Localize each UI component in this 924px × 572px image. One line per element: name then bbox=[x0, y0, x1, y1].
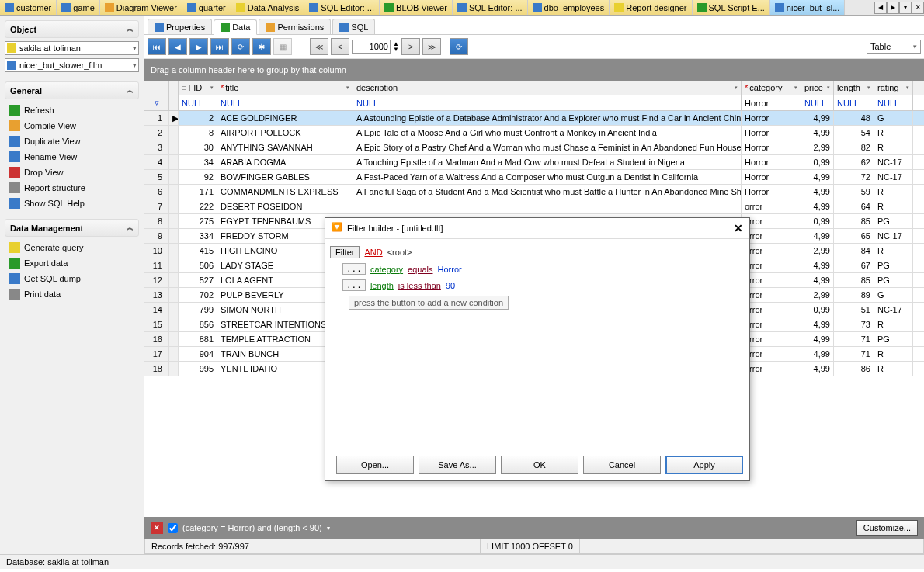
open-button[interactable]: Open... bbox=[336, 456, 414, 474]
cell-length[interactable]: 54 bbox=[834, 126, 874, 140]
cell-price[interactable]: 4,99 bbox=[801, 332, 834, 346]
cell-description[interactable]: A Epic Tale of a Moose And a Girl who mu… bbox=[353, 126, 742, 140]
cell-rating[interactable]: G bbox=[874, 111, 913, 125]
filter-operator[interactable]: equals bbox=[408, 265, 432, 274]
cell-category[interactable]: orror bbox=[742, 273, 801, 287]
cell-category[interactable]: Horror bbox=[742, 111, 801, 125]
cell-rating[interactable]: R bbox=[874, 140, 913, 154]
data-mgmt-action[interactable]: Export data bbox=[5, 255, 139, 271]
cell-length[interactable]: 59 bbox=[834, 185, 874, 199]
cell-title[interactable]: ARABIA DOGMA bbox=[217, 155, 353, 169]
cell-category[interactable]: orror bbox=[742, 332, 801, 346]
cell-category[interactable]: Horror bbox=[742, 140, 801, 154]
cell-fid[interactable]: 275 bbox=[179, 214, 217, 228]
table-row[interactable]: 330ANYTHING SAVANNAHA Epic Story of a Pa… bbox=[144, 140, 924, 155]
cell-length[interactable]: 89 bbox=[834, 288, 874, 302]
clear-filter-button[interactable]: ✕ bbox=[151, 522, 163, 534]
view-mode-dropdown[interactable]: Table ▾ bbox=[867, 40, 921, 54]
cell-fid[interactable]: 995 bbox=[179, 362, 217, 376]
cell-length[interactable]: 85 bbox=[834, 273, 874, 287]
cell-length[interactable]: 86 bbox=[834, 362, 874, 376]
star-button[interactable]: ✱ bbox=[252, 38, 271, 55]
page-size-input[interactable] bbox=[352, 40, 391, 54]
cell-fid[interactable]: 702 bbox=[179, 288, 217, 302]
dialog-titlebar[interactable]: 🔽Filter builder - [untitled.flt] ✕ bbox=[325, 218, 749, 239]
cell-category[interactable]: Horror bbox=[742, 170, 801, 184]
cell-rating[interactable]: G bbox=[874, 288, 913, 302]
cell-price[interactable]: 4,99 bbox=[801, 362, 834, 376]
cell-price[interactable]: 4,99 bbox=[801, 229, 834, 243]
cell-category[interactable]: orror bbox=[742, 347, 801, 361]
add-condition-button[interactable]: ... bbox=[342, 263, 366, 275]
data-mgmt-action[interactable]: Get SQL dump bbox=[5, 271, 139, 286]
filter-price[interactable]: NULL bbox=[801, 95, 834, 110]
filter-fid[interactable]: NULL bbox=[179, 95, 217, 110]
cell-category[interactable]: orror bbox=[742, 303, 801, 317]
table-row[interactable]: 434ARABIA DOGMAA Touching Epistle of a M… bbox=[144, 155, 924, 170]
data-mgmt-section-title[interactable]: Data Management ︽ bbox=[5, 219, 139, 237]
col-description[interactable]: description▾ bbox=[353, 81, 742, 95]
cell-price[interactable]: 2,99 bbox=[801, 140, 834, 154]
data-mgmt-action[interactable]: Print data bbox=[5, 286, 139, 302]
tab-scroll-button[interactable]: ◀ bbox=[874, 2, 887, 14]
general-action[interactable]: Report structure bbox=[5, 180, 139, 196]
filter-rating[interactable]: NULL bbox=[874, 95, 913, 110]
cell-price[interactable]: 4,99 bbox=[801, 170, 834, 184]
general-action[interactable]: Rename View bbox=[5, 149, 139, 165]
cell-rating[interactable]: R bbox=[874, 185, 913, 199]
general-action[interactable]: Refresh bbox=[5, 102, 139, 118]
editor-tab[interactable]: dbo_employees bbox=[528, 0, 610, 15]
cell-price[interactable]: 0,99 bbox=[801, 155, 834, 169]
cell-category[interactable]: Horror bbox=[742, 185, 801, 199]
cell-rating[interactable]: R bbox=[874, 244, 913, 258]
cell-rating[interactable]: PG bbox=[874, 258, 913, 272]
cell-category[interactable]: orror bbox=[742, 229, 801, 243]
page-next-button[interactable]: > bbox=[401, 38, 420, 55]
cell-category[interactable]: Horror bbox=[742, 126, 801, 140]
tab-scroll-button[interactable]: ✕ bbox=[912, 2, 924, 14]
cell-length[interactable]: 64 bbox=[834, 199, 874, 213]
cell-price[interactable]: 4,99 bbox=[801, 185, 834, 199]
editor-tab[interactable]: SQL Editor: ... bbox=[453, 0, 528, 15]
object-dropdown[interactable]: nicer_but_slower_film ▾ bbox=[5, 58, 139, 72]
filter-icon-cell[interactable]: ▿ bbox=[144, 95, 169, 110]
cell-category[interactable]: orror bbox=[742, 288, 801, 302]
cell-length[interactable]: 73 bbox=[834, 317, 874, 331]
page-refresh-button[interactable]: ⟳ bbox=[450, 38, 468, 55]
editor-tab[interactable]: SQL Editor: ... bbox=[304, 0, 380, 15]
sub-tab-sql[interactable]: SQL bbox=[332, 19, 375, 34]
nav-prev-button[interactable]: ◀ bbox=[168, 38, 187, 55]
cell-length[interactable]: 51 bbox=[834, 303, 874, 317]
cell-description[interactable]: A Touching Epistle of a Madman And a Mad… bbox=[353, 155, 742, 169]
refresh-button[interactable]: ⟳ bbox=[231, 38, 250, 55]
editor-tab[interactable]: game bbox=[57, 0, 100, 15]
tab-scroll-button[interactable]: ▾ bbox=[899, 2, 912, 14]
filter-operator[interactable]: is less than bbox=[398, 281, 441, 290]
cell-description[interactable]: A Astounding Epistle of a Database Admin… bbox=[353, 111, 742, 125]
cell-category[interactable]: orror bbox=[742, 244, 801, 258]
page-first-button[interactable]: ≪ bbox=[310, 38, 328, 55]
filter-dropdown-icon[interactable]: ▾ bbox=[327, 525, 330, 532]
table-row[interactable]: 7222DESERT POSEIDONorror4,9964R bbox=[144, 199, 924, 214]
filter-column[interactable]: category bbox=[370, 265, 403, 274]
ok-button[interactable]: OK bbox=[501, 456, 578, 474]
editor-tab[interactable]: SQL Script E... bbox=[693, 0, 770, 15]
cell-length[interactable]: 65 bbox=[834, 229, 874, 243]
page-prev-button[interactable]: < bbox=[331, 38, 349, 55]
cell-fid[interactable]: 8 bbox=[179, 126, 217, 140]
save-as-button[interactable]: Save As... bbox=[419, 456, 496, 474]
cell-rating[interactable]: R bbox=[874, 362, 913, 376]
editor-tab[interactable]: Diagram Viewer bbox=[100, 0, 182, 15]
filter-and-operator[interactable]: AND bbox=[364, 248, 382, 257]
table-row[interactable]: 28AIRPORT POLLOCKA Epic Tale of a Moose … bbox=[144, 126, 924, 140]
cell-title[interactable]: ANYTHING SAVANNAH bbox=[217, 140, 353, 154]
filter-value[interactable]: Horror bbox=[438, 265, 462, 274]
general-action[interactable]: Compile View bbox=[5, 118, 139, 133]
apply-button[interactable]: Apply bbox=[665, 456, 743, 474]
general-action[interactable]: Show SQL Help bbox=[5, 196, 139, 211]
nav-first-button[interactable]: ⏮ bbox=[148, 38, 166, 55]
cell-title[interactable]: DESERT POSEIDON bbox=[217, 199, 353, 213]
cell-category[interactable]: orror bbox=[742, 317, 801, 331]
cell-rating[interactable]: PG bbox=[874, 273, 913, 287]
cell-price[interactable]: 4,99 bbox=[801, 258, 834, 272]
